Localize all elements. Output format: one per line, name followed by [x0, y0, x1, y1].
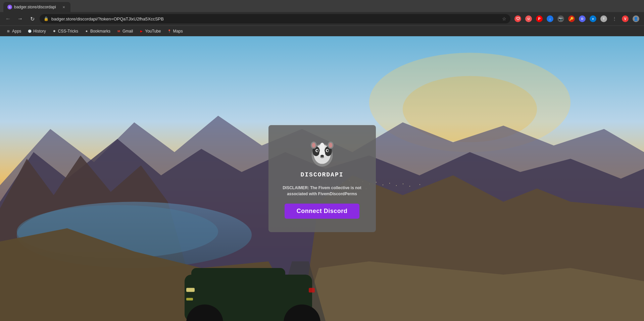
bookmark-apps-label: Apps [12, 29, 21, 34]
svg-point-45 [316, 150, 318, 151]
svg-point-52 [312, 143, 315, 148]
bookmark-gmail-label: Gmail [122, 29, 133, 34]
modal-logo: DISCORDAPI [300, 139, 343, 178]
connect-discord-button[interactable]: Connect Discord [285, 204, 360, 219]
svg-point-49 [320, 155, 324, 157]
svg-point-47 [317, 150, 318, 151]
unknown-icon1[interactable]: T [599, 14, 608, 23]
svg-point-53 [329, 143, 332, 148]
bookmark-maps[interactable]: 📍 Maps [164, 28, 185, 35]
bookmark-history-label: History [33, 29, 46, 34]
history-icon: 🕐 [27, 29, 32, 34]
extensions-menu-icon[interactable]: ⋮ [610, 14, 619, 23]
apps-icon: ⊞ [6, 29, 11, 34]
url-text: badger.store/discordapi/?token=OPQaTJlxU… [51, 16, 499, 21]
bookmark-csstricks-label: CSS-Tricks [58, 29, 78, 34]
address-bar-row: ← → ↻ 🔒 badger.store/discordapi/?token=O… [0, 12, 644, 25]
bookmark-youtube[interactable]: ▶ YouTube [136, 28, 163, 35]
gmail-icon: M [116, 29, 121, 34]
toolbar-right: 🛡 U P ↓ 📷 🔑 D e T [513, 14, 641, 23]
discord-icon[interactable]: D [578, 14, 587, 23]
tab-label: badger.store/discordapi [14, 5, 56, 9]
bookmark-csstricks[interactable]: ✱ CSS-Tricks [49, 28, 81, 35]
profile-avatar[interactable]: 👤 [631, 14, 641, 23]
bookmark-bookmarks[interactable]: ★ Bookmarks [82, 28, 113, 35]
bookmark-apps[interactable]: ⊞ Apps [3, 28, 24, 35]
tab-close-button[interactable]: ✕ [61, 4, 66, 10]
svg-point-48 [328, 150, 328, 151]
modal-disclaimer-text: DISCLAIMER: The Fivem collective is not … [279, 185, 366, 197]
refresh-button[interactable]: ↻ [28, 14, 37, 23]
bookmark-youtube-label: YouTube [145, 29, 161, 34]
modal-overlay: DISCORDAPI DISCLAIMER: The Fivem collect… [0, 36, 644, 321]
pinterest-icon[interactable]: P [535, 14, 544, 23]
address-bar[interactable]: 🔒 badger.store/discordapi/?token=OPQaTJl… [40, 14, 510, 23]
maps-icon: 📍 [167, 29, 171, 34]
bookmark-history[interactable]: 🕐 History [24, 28, 48, 35]
tab-bar: B badger.store/discordapi ✕ [0, 0, 644, 12]
download-icon[interactable]: ↓ [545, 14, 555, 23]
svg-point-46 [327, 150, 328, 151]
connect-discord-modal: DISCORDAPI DISCLAIMER: The Fivem collect… [268, 125, 376, 232]
screenshot-icon[interactable]: 📷 [556, 14, 565, 23]
bookmark-maps-label: Maps [173, 29, 183, 34]
edge-icon[interactable]: e [588, 14, 598, 23]
bookmarks-bar: ⊞ Apps 🕐 History ✱ CSS-Tricks ★ Bookmark… [0, 25, 644, 36]
tab-favicon: B [7, 5, 12, 9]
page-content: DISCORDAPI DISCLAIMER: The Fivem collect… [0, 36, 644, 321]
lastpass-icon[interactable]: 🔑 [567, 14, 576, 23]
lock-icon: 🔒 [44, 16, 49, 21]
vivaldi-icon[interactable]: V [621, 14, 630, 23]
bookmarks-icon: ★ [84, 29, 89, 34]
forward-button[interactable]: → [15, 14, 25, 23]
svg-point-54 [319, 143, 324, 151]
csstricks-icon: ✱ [52, 29, 57, 34]
browser-frame: B badger.store/discordapi ✕ ← → ↻ 🔒 badg… [0, 0, 644, 321]
bookmark-star-icon[interactable]: ☆ [502, 16, 506, 21]
brave-shields-icon[interactable]: 🛡 [513, 14, 523, 23]
back-button[interactable]: ← [3, 14, 13, 23]
bookmark-gmail[interactable]: M Gmail [114, 28, 136, 35]
badger-mascot-icon [307, 139, 337, 169]
modal-title-text: DISCORDAPI [300, 171, 343, 178]
youtube-icon: ▶ [139, 29, 144, 34]
bookmark-bookmarks-label: Bookmarks [90, 29, 110, 34]
browser-tab[interactable]: B badger.store/discordapi ✕ [3, 2, 70, 12]
ublock-icon[interactable]: U [524, 14, 533, 23]
